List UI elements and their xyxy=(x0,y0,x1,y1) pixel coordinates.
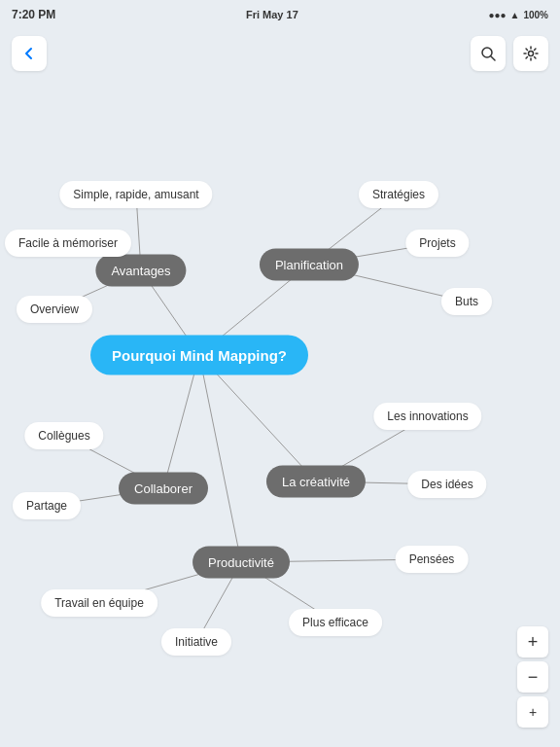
node-productivite[interactable]: Productivité xyxy=(192,547,290,579)
back-button[interactable] xyxy=(12,36,47,71)
signal-icon: ●●● xyxy=(488,10,506,20)
node-collegues[interactable]: Collègues xyxy=(24,422,103,449)
node-simple[interactable]: Simple, rapide, amusant xyxy=(59,181,212,208)
node-initiative[interactable]: Initiative xyxy=(161,628,231,656)
wifi-icon: ▲ xyxy=(510,10,520,20)
node-innovations[interactable]: Les innovations xyxy=(373,403,481,430)
settings-button[interactable] xyxy=(513,36,548,71)
zoom-fit-button[interactable]: + xyxy=(517,696,548,728)
node-pensees[interactable]: Pensées xyxy=(396,546,469,573)
zoom-in-button[interactable]: + xyxy=(517,626,548,658)
svg-line-5 xyxy=(163,355,199,488)
node-central[interactable]: Pourquoi Mind Mapping? xyxy=(90,336,308,375)
nav-right xyxy=(471,36,548,71)
nav-bar xyxy=(0,29,560,78)
node-collaborer[interactable]: Collaborer xyxy=(119,473,208,505)
svg-line-7 xyxy=(199,355,241,562)
node-buts[interactable]: Buts xyxy=(441,288,492,315)
node-facile[interactable]: Facile à mémoriser xyxy=(5,230,131,257)
status-time: 7:20 PM xyxy=(12,8,55,21)
svg-line-1 xyxy=(491,56,495,60)
battery-icon: 100% xyxy=(523,10,548,20)
node-partage[interactable]: Partage xyxy=(13,492,81,519)
node-strategies[interactable]: Stratégies xyxy=(359,181,438,208)
node-overview[interactable]: Overview xyxy=(17,296,92,323)
svg-point-2 xyxy=(529,52,534,56)
zoom-out-button[interactable]: − xyxy=(517,661,548,693)
node-projets[interactable]: Projets xyxy=(405,230,469,257)
status-bar: 7:20 PM Fri May 17 ●●● ▲ 100% xyxy=(0,0,560,29)
status-date: Fri May 17 xyxy=(246,9,298,20)
node-idees[interactable]: Des idées xyxy=(407,471,486,498)
status-icons: ●●● ▲ 100% xyxy=(488,10,548,20)
mindmap-canvas: Pourquoi Mind Mapping? Avantages Planifi… xyxy=(0,78,560,747)
node-avantages[interactable]: Avantages xyxy=(95,255,186,287)
node-creativite[interactable]: La créativité xyxy=(266,466,366,498)
node-travail[interactable]: Travail en équipe xyxy=(41,589,158,617)
zoom-controls: + − + xyxy=(517,626,548,728)
node-efficace[interactable]: Plus efficace xyxy=(289,609,382,636)
search-button[interactable] xyxy=(471,36,506,71)
node-planification[interactable]: Planification xyxy=(260,249,359,281)
